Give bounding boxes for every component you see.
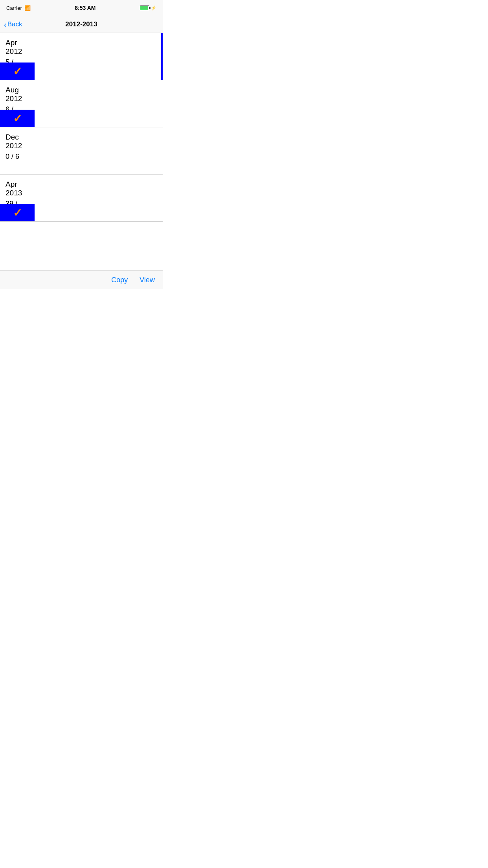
list-item[interactable]: Apr 2012 5 / 10 ✓ i › [0, 33, 163, 80]
carrier-label: Carrier [6, 5, 22, 11]
album-info: Apr 2013 39 / 39 ✓ [0, 175, 26, 221]
wifi-icon: 📶 [24, 5, 31, 11]
album-info: Aug 2012 6 / 13 ✓ [0, 80, 26, 127]
album-month: Aug 2012 [6, 86, 22, 103]
checkmark-icon: ✓ [13, 206, 22, 219]
check-badge: ✓ [0, 204, 35, 221]
nav-bar: ‹ Back 2012-2013 [0, 16, 163, 33]
album-month: Apr 2013 [6, 180, 22, 197]
check-badge: ✓ [0, 63, 35, 80]
checkmark-icon: ✓ [13, 65, 22, 78]
album-info: Dec 2012 0 / 6 ✓ [0, 127, 26, 174]
charging-icon: ⚡ [151, 6, 156, 11]
list-item[interactable]: Dec 2012 0 / 6 ✓ i › [0, 127, 163, 175]
page-title: 2012-2013 [65, 20, 97, 28]
checkmark-icon: ✓ [13, 112, 22, 125]
copy-button[interactable]: Copy [111, 276, 128, 284]
list-item[interactable]: Aug 2012 6 / 13 ✓ i › [0, 80, 163, 127]
empty-space [0, 222, 163, 270]
list-item[interactable]: Apr 2013 39 / 39 ✓ i › [0, 175, 163, 222]
selection-indicator [161, 33, 163, 80]
check-badge: ✓ [0, 110, 35, 127]
status-left: Carrier 📶 [6, 5, 31, 11]
status-time: 8:53 AM [75, 5, 95, 11]
album-month: Apr 2012 [6, 39, 22, 56]
album-month: Dec 2012 [6, 133, 22, 150]
album-count: 0 / 6 [6, 153, 22, 161]
album-list: Apr 2012 5 / 10 ✓ i › Aug 2012 6 / 13 ✓ [0, 33, 163, 270]
back-button[interactable]: ‹ Back [4, 20, 22, 28]
status-bar: Carrier 📶 8:53 AM ⚡ [0, 0, 163, 16]
back-label: Back [7, 20, 22, 28]
battery-icon [140, 6, 149, 10]
back-chevron-icon: ‹ [4, 20, 7, 28]
bottom-toolbar: Copy View [0, 270, 163, 289]
album-info: Apr 2012 5 / 10 ✓ [0, 33, 26, 80]
view-button[interactable]: View [139, 276, 155, 284]
status-right: ⚡ [140, 6, 156, 11]
